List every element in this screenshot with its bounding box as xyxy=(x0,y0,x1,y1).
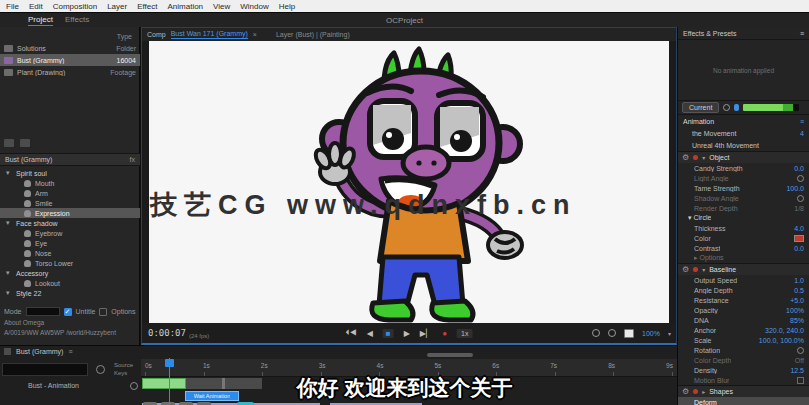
angle-dial-icon[interactable] xyxy=(797,195,804,202)
tab-project[interactable]: Project xyxy=(28,15,53,26)
animation-section-label[interactable]: Animation xyxy=(683,118,714,125)
property-row[interactable]: DNA85% xyxy=(678,315,809,325)
tree-group-spirit[interactable]: ▾Spirit soul xyxy=(0,168,140,178)
panel-menu-icon[interactable]: ≡ xyxy=(800,30,804,37)
menu-file[interactable]: File xyxy=(6,2,19,11)
menu-window[interactable]: Window xyxy=(240,2,268,11)
composition-canvas[interactable]: 技艺CG www.qdnxfb.cn xyxy=(149,41,669,324)
mode-input[interactable] xyxy=(26,307,60,316)
chevron-down-icon[interactable]: ▾ xyxy=(702,154,705,161)
property-row[interactable]: Tame Strength100.0 xyxy=(678,183,809,193)
property-row[interactable]: Thickness4.0 xyxy=(678,223,809,233)
menu-help[interactable]: Help xyxy=(279,2,295,11)
menu-icon[interactable]: ≡ xyxy=(68,348,72,355)
ruler-scrollbar[interactable] xyxy=(427,353,473,357)
animation-row-value[interactable]: 4 xyxy=(800,130,804,137)
property-value[interactable]: 12.5 xyxy=(790,367,804,374)
chevron-down-icon[interactable]: ▾ xyxy=(6,219,12,227)
property-row-deform[interactable]: Deform xyxy=(678,397,809,405)
next-frame-button[interactable]: ▶▏ xyxy=(420,329,432,338)
comp-tab-name[interactable]: Bust Wan 171 (Grammy) xyxy=(171,30,248,39)
timeline-timecode-input[interactable] xyxy=(2,363,88,376)
active-comp-row[interactable]: Bust (Grammy) fx xyxy=(0,153,140,166)
property-value[interactable]: 85% xyxy=(790,317,804,324)
angle-dial-icon[interactable] xyxy=(797,347,804,354)
snapshot-icon[interactable] xyxy=(608,329,616,337)
tree-item-expression[interactable]: Expression xyxy=(0,208,140,218)
new-comp-icon[interactable] xyxy=(20,139,30,147)
property-row[interactable]: Motion Blur xyxy=(678,375,809,385)
project-row-plant[interactable]: Plant (Drawing) Footage xyxy=(0,66,140,78)
property-value[interactable]: 1/8 xyxy=(794,205,804,212)
tree-item-smile[interactable]: Smile xyxy=(0,198,140,208)
gear-icon[interactable]: ⚙ xyxy=(682,388,689,396)
tree-item-arm[interactable]: Arm xyxy=(0,188,140,198)
property-row[interactable]: Output Speed1.0 xyxy=(678,275,809,285)
menu-edit[interactable]: Edit xyxy=(29,2,43,11)
property-row[interactable]: Scale100.0, 100.0% xyxy=(678,335,809,345)
property-value[interactable]: 100.0, 100.0% xyxy=(759,337,804,344)
tree-item-eye[interactable]: Eye xyxy=(0,238,140,248)
layer-name[interactable]: Bust - Animation xyxy=(28,382,79,389)
property-row[interactable]: Shadow Angle xyxy=(678,193,809,203)
tree-item-ear[interactable]: Ear xyxy=(0,298,140,300)
property-value[interactable]: 320.0, 240.0 xyxy=(765,327,804,334)
effect-group-object[interactable]: ⚙ ▾ Object xyxy=(678,151,809,163)
tree-group-style[interactable]: ▾Style 22 xyxy=(0,288,140,298)
property-row[interactable]: Resistance+5.0 xyxy=(678,295,809,305)
options-checkbox[interactable] xyxy=(99,308,107,316)
record-button[interactable]: ● xyxy=(442,329,447,338)
property-row[interactable]: Color xyxy=(678,233,809,243)
tree-group-face[interactable]: ▾Face shadow xyxy=(0,218,140,228)
tab-effects[interactable]: Effects xyxy=(65,15,89,26)
menu-effect[interactable]: Effect xyxy=(137,2,157,11)
effect-group-baseline[interactable]: ⚙ ▾ Baseline xyxy=(678,263,809,275)
first-frame-button[interactable]: ⏴◀ xyxy=(346,328,357,338)
menu-icon[interactable]: ≡ xyxy=(800,118,804,125)
tree-group-accessory[interactable]: ▾Accessory xyxy=(0,268,140,278)
menu-animation[interactable]: Animation xyxy=(167,2,203,11)
chevron-down-icon[interactable]: ▾ xyxy=(6,269,12,277)
project-row-bust[interactable]: Bust (Grammy) 16004 xyxy=(0,54,140,66)
chevron-down-icon[interactable]: ▾ xyxy=(702,266,705,273)
tree-item-mouth[interactable]: Mouth xyxy=(0,178,140,188)
property-row[interactable]: Render Depth1/8 xyxy=(678,203,809,213)
close-icon[interactable]: × xyxy=(253,31,257,38)
property-row[interactable]: Rotation xyxy=(678,345,809,355)
clip-wait-animation[interactable]: Wait Animation xyxy=(185,391,239,401)
background-color-swatch[interactable] xyxy=(624,329,634,338)
tree-item-torso[interactable]: Torso Lower xyxy=(0,258,140,268)
chevron-right-icon[interactable]: ▸ xyxy=(702,388,705,395)
animation-row[interactable]: Unreal 4th Movement xyxy=(678,139,809,151)
property-value[interactable]: 0.0 xyxy=(794,245,804,252)
menu-composition[interactable]: Composition xyxy=(53,2,97,11)
property-value[interactable]: 0.5 xyxy=(794,287,804,294)
speed-button[interactable]: 1x xyxy=(457,329,472,338)
property-row[interactable]: ▸ Options xyxy=(678,253,809,263)
project-row-solutions[interactable]: Solutions Folder xyxy=(0,42,140,54)
new-folder-icon[interactable] xyxy=(4,139,14,147)
tree-item-nose[interactable]: Nose xyxy=(0,248,140,258)
property-value[interactable]: 1.0 xyxy=(794,277,804,284)
angle-dial-icon[interactable] xyxy=(797,175,804,182)
property-row[interactable]: Angle Depth0.5 xyxy=(678,285,809,295)
camera-icon[interactable] xyxy=(723,104,730,111)
untitle-checkbox[interactable]: ✓ xyxy=(64,308,72,316)
current-button[interactable]: Current xyxy=(682,102,719,113)
color-swatch[interactable] xyxy=(794,235,804,242)
previous-frame-button[interactable]: ◀ xyxy=(367,329,373,338)
property-row[interactable]: Contrast0.0 xyxy=(678,243,809,253)
project-column-header[interactable]: Type xyxy=(0,30,140,42)
animation-row[interactable]: the Movement 4 xyxy=(678,127,809,139)
subgroup-circle[interactable]: ▾ Circle xyxy=(678,213,809,223)
tree-item-eyebrow[interactable]: Eyebrow xyxy=(0,228,140,238)
property-row[interactable]: Color DepthOff xyxy=(678,355,809,365)
property-value[interactable]: Off xyxy=(795,357,804,364)
menu-layer[interactable]: Layer xyxy=(107,2,127,11)
mic-icon[interactable] xyxy=(734,104,739,111)
playhead-line[interactable] xyxy=(169,358,170,405)
play-button[interactable]: ▶ xyxy=(404,329,410,338)
timeline-tab[interactable]: Bust (Grammy) ≡ xyxy=(4,348,73,355)
tree-item-lookout[interactable]: Lookout xyxy=(0,278,140,288)
timecode[interactable]: 0:00:07 xyxy=(148,328,186,338)
